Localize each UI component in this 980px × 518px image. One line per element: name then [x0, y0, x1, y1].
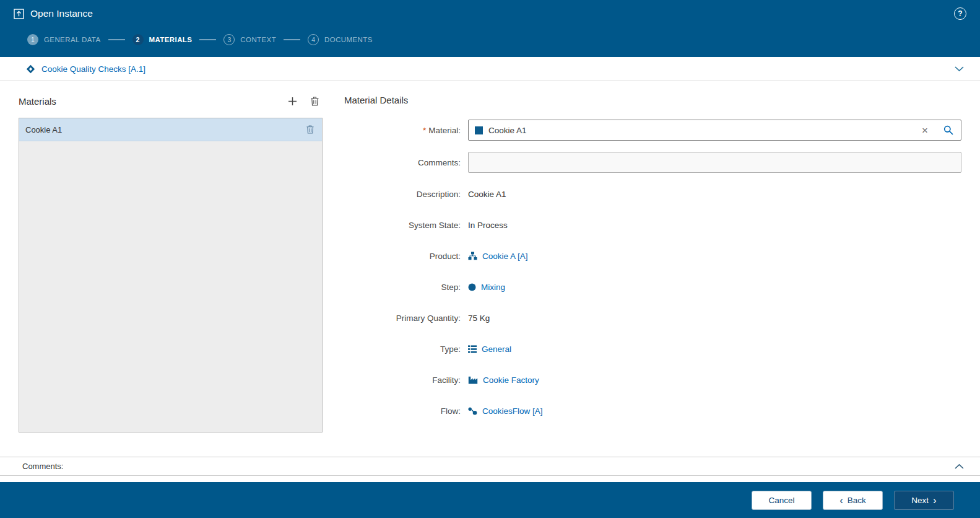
wizard-steps: 1 GENERAL DATA 2 MATERIALS 3 CONTEXT 4 D… [0, 27, 980, 57]
step-connector [199, 39, 216, 40]
field-label: Product: [344, 252, 468, 261]
comments-input[interactable] [468, 152, 961, 173]
instance-link[interactable]: Cookie Quality Checks [A.1] [41, 64, 145, 74]
step-label: CONTEXT [240, 36, 276, 43]
comments-field-label: Comments: [344, 158, 468, 167]
instance-bar: Cookie Quality Checks [A.1] [0, 57, 980, 81]
material-details-panel: Material Details *Material: Cookie A1 × [344, 81, 961, 457]
facility-link[interactable]: Cookie Factory [483, 375, 539, 385]
description-value: Cookie A1 [468, 190, 506, 199]
material-icon [475, 126, 483, 134]
system-state-row: System State: In Process [344, 218, 961, 232]
primary-quantity-row: Primary Quantity: 75 Kg [344, 311, 961, 325]
type-row: Type: General [344, 342, 961, 356]
material-field-label: *Material: [344, 126, 468, 135]
page-title: Open Instance [30, 8, 93, 19]
step-row: Step: Mixing [344, 280, 961, 294]
help-button[interactable]: ? [954, 7, 966, 20]
comments-bar: Comments: [0, 457, 980, 476]
row-delete-button[interactable] [306, 125, 314, 134]
open-instance-icon [14, 9, 24, 19]
field-label: System State: [344, 221, 468, 230]
facility-row: Facility: Cookie Factory [344, 373, 961, 387]
step-number: 2 [132, 34, 144, 45]
materials-panel-title: Materials [19, 96, 56, 107]
step-general-data[interactable]: 1 GENERAL DATA [27, 34, 101, 45]
plus-icon [288, 97, 297, 106]
system-state-value: In Process [468, 221, 508, 230]
step-icon [468, 283, 476, 291]
material-list-item[interactable]: Cookie A1 [19, 118, 322, 141]
description-row: Description: Cookie A1 [344, 187, 961, 201]
step-number: 4 [308, 34, 319, 45]
trash-icon [311, 97, 319, 106]
comments-bar-label: Comments: [22, 462, 63, 471]
step-number: 1 [27, 34, 38, 45]
field-label: Flow: [344, 406, 468, 416]
chevron-right-icon: › [933, 495, 937, 506]
product-link[interactable]: Cookie A [A] [482, 252, 528, 261]
material-field-row: *Material: Cookie A1 × [344, 120, 961, 141]
clear-icon[interactable]: × [922, 125, 928, 136]
required-marker: * [423, 126, 426, 135]
top-header: Open Instance ? 1 GENERAL DATA 2 MATERIA… [0, 0, 980, 57]
product-icon [468, 252, 477, 260]
field-label: Step: [344, 283, 468, 292]
material-value: Cookie A1 [488, 126, 527, 135]
flow-row: Flow: CookiesFlow [A] [344, 404, 961, 418]
app-window: Open Instance ? 1 GENERAL DATA 2 MATERIA… [0, 0, 980, 518]
field-label: Primary Quantity: [344, 314, 468, 323]
add-material-button[interactable] [288, 97, 297, 106]
chevron-left-icon: ‹ [839, 495, 843, 506]
next-button[interactable]: Next › [894, 491, 954, 510]
field-label: Description: [344, 190, 468, 199]
step-documents[interactable]: 4 DOCUMENTS [308, 34, 373, 45]
delete-material-button[interactable] [311, 97, 319, 106]
footer-bar: Cancel ‹ Back Next › [0, 482, 980, 518]
field-label: Facility: [344, 375, 468, 385]
material-combobox[interactable]: Cookie A1 × [468, 120, 961, 141]
factory-icon [468, 376, 478, 384]
type-list-icon [468, 345, 477, 353]
step-connector [284, 39, 300, 40]
step-connector [108, 39, 125, 40]
step-link[interactable]: Mixing [481, 283, 505, 292]
material-details-title: Material Details [344, 95, 961, 105]
field-label: Type: [344, 345, 468, 354]
title-row: Open Instance ? [0, 0, 980, 27]
instance-diamond-icon [26, 64, 35, 74]
primary-quantity-value: 75 Kg [468, 314, 490, 323]
product-row: Product: Cookie A [A] [344, 249, 961, 263]
materials-actions [288, 97, 323, 106]
step-materials[interactable]: 2 MATERIALS [132, 34, 193, 45]
flow-icon [468, 407, 477, 415]
back-button[interactable]: ‹ Back [823, 491, 883, 510]
main-content: Materials Cookie A1 [0, 81, 980, 457]
help-icon: ? [958, 9, 962, 18]
chevron-up-icon[interactable] [955, 463, 964, 469]
step-label: GENERAL DATA [44, 36, 101, 43]
material-details-form: *Material: Cookie A1 × Comments: [344, 120, 961, 435]
trash-icon [306, 125, 314, 134]
materials-panel-header: Materials [19, 92, 323, 110]
material-item-label: Cookie A1 [25, 125, 62, 134]
step-label: MATERIALS [149, 36, 193, 43]
cancel-button[interactable]: Cancel [752, 491, 812, 510]
chevron-down-icon[interactable] [955, 66, 964, 72]
step-label: DOCUMENTS [324, 36, 373, 43]
step-number: 3 [223, 34, 235, 45]
materials-panel: Materials Cookie A1 [19, 81, 323, 457]
materials-list: Cookie A1 [19, 118, 323, 432]
flow-link[interactable]: CookiesFlow [A] [482, 406, 543, 416]
type-link[interactable]: General [482, 345, 511, 354]
search-icon[interactable] [943, 125, 953, 135]
step-context[interactable]: 3 CONTEXT [223, 34, 276, 45]
comments-field-row: Comments: [344, 152, 961, 173]
